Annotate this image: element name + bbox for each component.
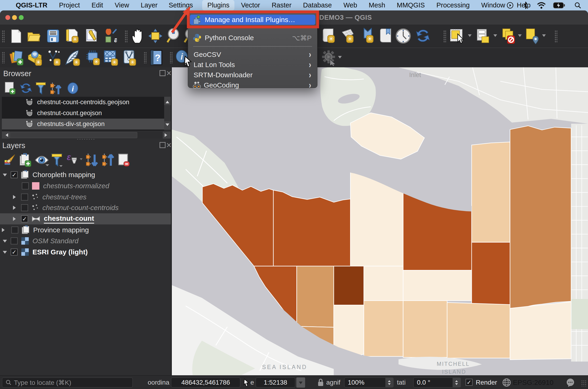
expand-tree-icon[interactable] <box>85 153 98 167</box>
layer-row-chestnut-count[interactable]: ✓ chestnut-count <box>0 213 171 225</box>
layer-checkbox[interactable] <box>21 204 28 211</box>
magnifier-field[interactable]: 100% <box>344 377 394 388</box>
menu-item-python-console[interactable]: Python Console ⌥⌘P <box>190 33 315 43</box>
toolbar-grip[interactable] <box>443 30 446 43</box>
crs-globe-icon[interactable] <box>502 378 511 387</box>
close-panel-icon[interactable]: ✕ <box>166 141 172 149</box>
browser-vscrollbar[interactable] <box>164 97 171 131</box>
maximize-window-button[interactable] <box>19 15 24 20</box>
add-quill-layer-icon[interactable]: ✳ <box>64 49 81 66</box>
expander-down-icon[interactable] <box>3 174 7 178</box>
expander-right-icon[interactable] <box>13 217 18 221</box>
browser-file-row[interactable]: chestnut-count.geojson <box>2 108 164 119</box>
expander-right-icon[interactable] <box>13 195 18 199</box>
project-save-icon[interactable] <box>47 29 59 43</box>
menubar-item-mmqgis[interactable]: MMQGIS <box>396 0 426 10</box>
style-manager-icon[interactable]: a <box>105 29 117 43</box>
rotation-field[interactable]: 0.0 ° <box>413 377 461 388</box>
layer-row-choropleth-mapping[interactable]: ✓ Choropleth mapping <box>0 169 171 180</box>
minimize-window-button[interactable] <box>12 15 17 20</box>
layer-row-esri-gray[interactable]: ✓ ESRI Gray (light) <box>0 247 171 258</box>
layer-checkbox[interactable]: ✓ <box>11 171 18 178</box>
filter-legend-icon[interactable] <box>51 153 63 167</box>
browser-add-layer-icon[interactable] <box>4 82 16 95</box>
add-vector-layer-icon[interactable]: ✳ <box>27 50 42 66</box>
mouse-position-icon[interactable] <box>243 379 251 387</box>
expander-down-icon[interactable] <box>3 251 7 256</box>
toolbar-grip[interactable] <box>555 30 557 43</box>
layer-row-osm-standard[interactable]: OSM Standard <box>0 235 171 247</box>
browser-collapse-all-icon[interactable] <box>50 82 62 95</box>
close-panel-icon[interactable]: ✕ <box>166 69 172 77</box>
collapse-tree-icon[interactable] <box>102 153 114 167</box>
new-virtual-layer-icon[interactable]: ✳ <box>103 50 118 66</box>
menu-item-geocsv[interactable]: GeoCSV› <box>190 49 315 60</box>
locate-search-input[interactable]: Type to locate (⌘K) <box>2 377 133 388</box>
browser-filter-icon[interactable] <box>35 82 46 95</box>
identify-form-icon[interactable] <box>476 28 491 44</box>
project-open-icon[interactable] <box>27 30 40 42</box>
identify-dropdown[interactable] <box>493 34 497 39</box>
processing-dropdown[interactable] <box>338 56 342 60</box>
layer-checkbox[interactable] <box>21 194 28 200</box>
menubar-item-mesh[interactable]: Mesh <box>368 0 386 10</box>
menubar-item-plugins[interactable]: Plugins <box>202 0 234 10</box>
toolbar-grip[interactable] <box>170 52 172 63</box>
browser-refresh-icon[interactable] <box>20 82 32 95</box>
show-bookmarks-icon[interactable] <box>378 28 393 44</box>
add-group-icon[interactable] <box>19 153 31 167</box>
float-panel-icon[interactable] <box>160 70 166 76</box>
toolbar-grip[interactable] <box>125 30 128 43</box>
layer-checkbox[interactable]: ✓ <box>21 215 28 222</box>
browser-hscrollbar[interactable] <box>2 131 171 139</box>
coordinate-field[interactable]: 486432,5461786 <box>171 377 240 388</box>
close-window-button[interactable] <box>5 15 10 20</box>
add-point-layer-icon[interactable]: ✳ <box>47 50 61 66</box>
new-spatial-bookmark-icon[interactable]: ✳ <box>362 28 374 44</box>
menubar-item-view[interactable]: View <box>114 0 130 10</box>
menubar-item-raster[interactable]: Raster <box>271 0 292 10</box>
expander-right-icon[interactable] <box>13 206 18 210</box>
browser-properties-icon[interactable]: i <box>67 82 79 95</box>
menu-item-geocoding[interactable]: GeoCoding› <box>190 80 315 90</box>
menubar-item-vector[interactable]: Vector <box>240 0 261 10</box>
project-new-icon[interactable] <box>10 29 22 43</box>
menubar-item-web[interactable]: Web <box>342 0 358 10</box>
menubar-item-edit[interactable]: Edit <box>91 0 104 10</box>
expander-right-icon[interactable] <box>2 228 7 232</box>
render-checkbox[interactable]: ✓ <box>466 379 473 386</box>
crs-value[interactable]: EPSG:26910 <box>513 379 554 387</box>
expander-down-icon[interactable] <box>3 240 7 245</box>
lock-icon[interactable] <box>317 378 324 387</box>
remove-layer-icon[interactable] <box>117 153 130 167</box>
temporal-controller-icon[interactable] <box>395 28 411 44</box>
panel-splitter-handle[interactable] <box>77 138 95 140</box>
zoom-full-icon[interactable] <box>148 29 162 43</box>
play-circle-icon[interactable] <box>507 2 514 9</box>
help-contents-icon[interactable]: ? <box>150 50 163 65</box>
new-print-layout-icon-2[interactable]: ✳ <box>321 28 336 44</box>
menubar-item-window[interactable]: Window <box>480 0 506 10</box>
scale-dropdown-button[interactable] <box>296 377 305 388</box>
menubar-item-app[interactable]: QGIS-LTR <box>15 0 48 10</box>
deselect-dropdown[interactable] <box>518 34 522 39</box>
scale-field[interactable]: 1:52138 <box>255 377 295 388</box>
toolbar-grip[interactable] <box>2 52 5 63</box>
menubar-item-layer[interactable]: Layer <box>140 0 159 10</box>
add-mesh-layer-icon[interactable]: ✳ <box>86 50 101 65</box>
select-features-icon[interactable] <box>449 28 466 44</box>
manage-visibility-icon[interactable] <box>34 154 49 166</box>
processing-gear-icon[interactable] <box>321 49 337 66</box>
layer-row-chestnut-count-centroids[interactable]: chestnut-count-centroids <box>0 202 171 213</box>
show-layout-manager-icon[interactable] <box>85 29 98 43</box>
menubar-item-database[interactable]: Database <box>302 0 333 10</box>
browser-file-row-selected[interactable]: chestnuts-div-st.geojson <box>2 119 164 130</box>
pan-map-icon[interactable] <box>130 28 145 44</box>
select-by-location-icon[interactable] <box>525 28 540 44</box>
layer-checkbox[interactable] <box>11 227 18 233</box>
menu-item-srtm-downloader[interactable]: SRTM-Downloader› <box>190 70 315 80</box>
new-report-icon[interactable]: ✳ <box>340 28 354 44</box>
toolbar-grip[interactable] <box>144 52 146 63</box>
messages-bubble-icon[interactable] <box>566 378 575 387</box>
rotation-spinner[interactable] <box>453 378 460 387</box>
